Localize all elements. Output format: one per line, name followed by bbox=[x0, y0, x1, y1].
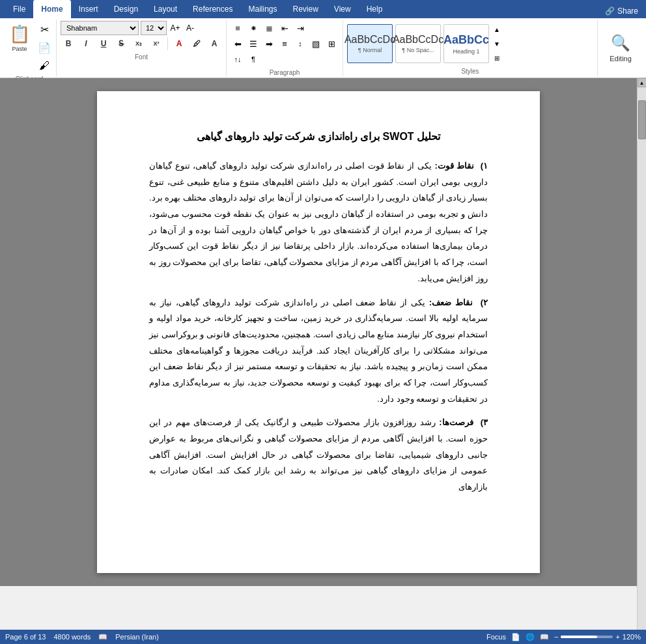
tab-review[interactable]: Review bbox=[285, 0, 326, 18]
proofing-icon: 📖 bbox=[98, 633, 107, 641]
page-title: تحلیل SWOT برای راه‌اندازی شرکت تولید دا… bbox=[149, 130, 488, 143]
scroll-up-button[interactable]: ▲ bbox=[638, 78, 647, 87]
section-3-text: ۳) فرصت‌ها: رشد روزافزون بازار محصولات ط… bbox=[149, 415, 488, 495]
editing-label: Editing bbox=[610, 55, 632, 63]
ribbon-header: File Home Insert Design Layout Reference… bbox=[0, 0, 646, 18]
document-area: تحلیل SWOT برای راه‌اندازی شرکت تولید دا… bbox=[0, 78, 637, 586]
superscript-button[interactable]: X² bbox=[148, 36, 164, 51]
tab-help[interactable]: Help bbox=[359, 0, 391, 18]
align-center-button[interactable]: ☰ bbox=[246, 36, 260, 51]
section-1: ۱) نقاط قوت: یکی از نقاط قوت اصلی در راه… bbox=[149, 158, 488, 287]
font-size-decrease-button[interactable]: A- bbox=[184, 21, 197, 35]
font-group: Shabnam 12 A+ A- B I U S̶ X₂ X² A 🖊 A bbox=[57, 20, 227, 76]
section-3-heading: فرصت‌ها: bbox=[439, 417, 473, 427]
tab-layout[interactable]: Layout bbox=[146, 0, 185, 18]
shading-button[interactable]: ▧ bbox=[309, 36, 323, 51]
tab-file[interactable]: File bbox=[5, 0, 33, 18]
section-1-number: ۱) bbox=[481, 161, 488, 171]
styles-label: Styles bbox=[347, 68, 593, 75]
editing-button[interactable]: 🔍 Editing bbox=[610, 22, 632, 74]
view-web-layout[interactable]: 🌐 bbox=[526, 633, 535, 641]
align-left-button[interactable]: ⬅ bbox=[231, 36, 245, 51]
font-color-button[interactable]: A bbox=[206, 36, 222, 51]
section-1-text: ۱) نقاط قوت: یکی از نقاط قوت اصلی در راه… bbox=[149, 158, 488, 287]
style-no-spacing-preview: AaBbCcDc bbox=[393, 34, 443, 46]
bold-button[interactable]: B bbox=[61, 36, 76, 51]
style-heading1[interactable]: AaBbCc Heading 1 bbox=[443, 24, 489, 63]
subscript-button[interactable]: X₂ bbox=[131, 36, 147, 51]
share-button[interactable]: 🔗 Share bbox=[597, 4, 646, 18]
share-icon: 🔗 bbox=[605, 7, 615, 16]
editing-icon: 🔍 bbox=[611, 34, 630, 52]
style-heading1-preview: AaBbCc bbox=[443, 33, 489, 47]
increase-indent-button[interactable]: ⇥ bbox=[293, 21, 307, 35]
numbered-list-button[interactable]: ⁕ bbox=[246, 21, 260, 35]
italic-button[interactable]: I bbox=[78, 36, 94, 51]
text-highlight-button[interactable]: 🖊 bbox=[189, 36, 204, 51]
show-hide-button[interactable]: ¶ bbox=[246, 52, 260, 66]
focus-label[interactable]: Focus bbox=[486, 633, 506, 641]
styles-scroll-down[interactable]: ▼ bbox=[492, 37, 502, 50]
language: Persian (Iran) bbox=[115, 633, 159, 641]
paragraph-group: ≡ ⁕ ≣ ⇤ ⇥ ⬅ ☰ ➡ ≡ ↕ ▧ ⊞ ↑↓ ¶ Paragraph bbox=[227, 20, 343, 76]
style-normal-label: ¶ Normal bbox=[358, 47, 382, 53]
cut-icon: ✂ bbox=[40, 23, 49, 36]
status-bar: Page 6 of 13 4800 words 📖 Persian (Iran)… bbox=[0, 630, 646, 644]
share-label: Share bbox=[617, 7, 638, 16]
paragraph-label: Paragraph bbox=[231, 69, 339, 76]
underline-button[interactable]: U bbox=[96, 36, 111, 51]
vertical-scrollbar[interactable]: ▲ bbox=[637, 78, 646, 630]
paste-button[interactable]: 📋 Paste bbox=[5, 21, 34, 55]
text-color-button[interactable]: A bbox=[171, 36, 187, 51]
tab-home[interactable]: Home bbox=[33, 0, 70, 18]
tab-references[interactable]: References bbox=[185, 0, 240, 18]
ribbon-toolbar: 📋 Paste ✂ 📄 🖌 Clipboard bbox=[0, 18, 646, 78]
font-size-increase-button[interactable]: A+ bbox=[169, 21, 182, 35]
scroll-thumb[interactable] bbox=[638, 100, 646, 139]
zoom-in-button[interactable]: + bbox=[615, 633, 619, 641]
paste-label: Paste bbox=[12, 46, 27, 52]
style-normal-preview: AaBbCcDc bbox=[344, 34, 395, 46]
multilevel-list-button[interactable]: ≣ bbox=[262, 21, 276, 35]
tab-insert[interactable]: Insert bbox=[71, 0, 106, 18]
section-2-heading: نقاط ضعف: bbox=[429, 298, 473, 307]
view-read[interactable]: 📖 bbox=[540, 633, 549, 641]
bullet-list-button[interactable]: ≡ bbox=[231, 21, 245, 35]
word-count: 4800 words bbox=[53, 633, 91, 641]
format-painter-icon: 🖌 bbox=[39, 60, 49, 72]
align-right-button[interactable]: ➡ bbox=[262, 36, 276, 51]
styles-expand[interactable]: ⊞ bbox=[492, 51, 502, 64]
font-label: Font bbox=[61, 53, 222, 61]
strikethrough-button[interactable]: S̶ bbox=[113, 36, 129, 51]
zoom-out-button[interactable]: − bbox=[554, 633, 558, 641]
zoom-level: 120% bbox=[623, 633, 641, 641]
font-size-select[interactable]: 12 bbox=[141, 21, 167, 35]
sort-button[interactable]: ↑↓ bbox=[231, 52, 245, 66]
tab-mailings[interactable]: Mailings bbox=[240, 0, 285, 18]
tab-design[interactable]: Design bbox=[106, 0, 146, 18]
view-print-layout[interactable]: 📄 bbox=[511, 633, 520, 641]
borders-button[interactable]: ⊞ bbox=[324, 36, 339, 51]
styles-group: AaBbCcDc ¶ Normal AaBbCcDc ¶ No Spac... … bbox=[343, 20, 598, 76]
tab-view[interactable]: View bbox=[326, 0, 359, 18]
paste-icon: 📋 bbox=[9, 24, 30, 44]
line-spacing-button[interactable]: ↕ bbox=[293, 36, 307, 51]
format-painter-button[interactable]: 🖌 bbox=[35, 57, 53, 74]
editing-group: 🔍 Editing bbox=[598, 20, 643, 76]
font-family-select[interactable]: Shabnam bbox=[61, 21, 139, 35]
zoom-slider[interactable] bbox=[561, 636, 613, 638]
style-heading1-label: Heading 1 bbox=[453, 48, 479, 55]
justify-button[interactable]: ≡ bbox=[277, 36, 292, 51]
style-normal[interactable]: AaBbCcDc ¶ Normal bbox=[347, 24, 393, 63]
page-info: Page 6 of 13 bbox=[5, 633, 46, 641]
styles-scroll-up[interactable]: ▲ bbox=[492, 23, 502, 36]
style-no-spacing-label: ¶ No Spac... bbox=[402, 47, 434, 53]
decrease-indent-button[interactable]: ⇤ bbox=[277, 21, 292, 35]
cut-button[interactable]: ✂ bbox=[35, 21, 53, 38]
copy-button[interactable]: 📄 bbox=[35, 39, 53, 56]
style-no-spacing[interactable]: AaBbCcDc ¶ No Spac... bbox=[395, 24, 441, 63]
section-3-number: ۳) bbox=[481, 417, 488, 427]
content-area: تحلیل SWOT برای راه‌اندازی شرکت تولید دا… bbox=[0, 78, 646, 630]
document-page: تحلیل SWOT برای راه‌اندازی شرکت تولید دا… bbox=[97, 91, 540, 573]
status-right: Focus 📄 🌐 📖 − + 120% bbox=[486, 633, 641, 641]
